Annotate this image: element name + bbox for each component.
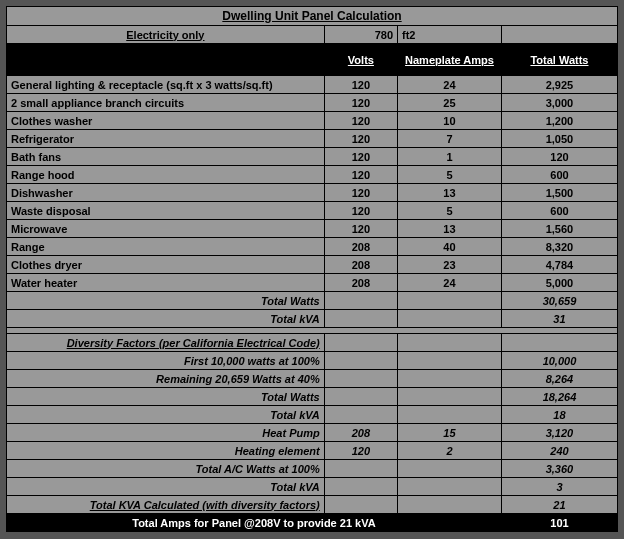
row-watts: 120 [501, 148, 617, 166]
subtitle: Electricity only [7, 26, 325, 44]
row-volts: 120 [324, 76, 397, 94]
header-volts: Volts [324, 44, 397, 76]
row-volts: 208 [324, 274, 397, 292]
row-volts: 120 [324, 112, 397, 130]
div-r4-label: Total kVA [7, 406, 325, 424]
heatpump-watts: 3,120 [501, 424, 617, 442]
heating-watts: 240 [501, 442, 617, 460]
row-volts: 120 [324, 184, 397, 202]
row-label: Range [7, 238, 325, 256]
row-amps: 40 [398, 238, 502, 256]
row-volts: 208 [324, 256, 397, 274]
row-amps: 1 [398, 148, 502, 166]
row-label: Dishwasher [7, 184, 325, 202]
diversity-header: Diversity Factors (per California Electr… [7, 334, 325, 352]
ac-kva-value: 3 [501, 478, 617, 496]
total-watts-value: 30,659 [501, 292, 617, 310]
row-volts: 208 [324, 238, 397, 256]
title: Dwelling Unit Panel Calculation [7, 7, 618, 26]
row-volts: 120 [324, 202, 397, 220]
ac-value: 3,360 [501, 460, 617, 478]
table-row: Water heater208245,000 [7, 274, 618, 292]
row-watts: 3,000 [501, 94, 617, 112]
row-amps: 24 [398, 274, 502, 292]
table-row: 2 small appliance branch circuits120253,… [7, 94, 618, 112]
row-label: Water heater [7, 274, 325, 292]
total-kva-label: Total kVA [7, 310, 325, 328]
row-label: Waste disposal [7, 202, 325, 220]
final-label: Total Amps for Panel @208V to provide 21… [7, 514, 502, 532]
table-row: Clothes washer120101,200 [7, 112, 618, 130]
table-row: Clothes dryer208234,784 [7, 256, 618, 274]
calc-total-label: Total KVA Calculated (with diversity fac… [7, 496, 325, 514]
row-label: Range hood [7, 166, 325, 184]
ac-label: Total A/C Watts at 100% [7, 460, 325, 478]
row-amps: 24 [398, 76, 502, 94]
row-amps: 10 [398, 112, 502, 130]
row-label: Refrigerator [7, 130, 325, 148]
heatpump-amps: 15 [398, 424, 502, 442]
row-amps: 7 [398, 130, 502, 148]
row-watts: 1,560 [501, 220, 617, 238]
row-watts: 600 [501, 166, 617, 184]
row-watts: 1,050 [501, 130, 617, 148]
row-volts: 120 [324, 148, 397, 166]
heatpump-volts: 208 [324, 424, 397, 442]
div-r2-label: Remaining 20,659 Watts at 40% [7, 370, 325, 388]
blank-cell [501, 26, 617, 44]
row-label: General lighting & receptacle (sq.ft x 3… [7, 76, 325, 94]
row-amps: 13 [398, 220, 502, 238]
table-row: Waste disposal1205600 [7, 202, 618, 220]
row-volts: 120 [324, 94, 397, 112]
header-amps: Nameplate Amps [398, 44, 502, 76]
row-label: 2 small appliance branch circuits [7, 94, 325, 112]
panel-calc-table: Dwelling Unit Panel Calculation Electric… [6, 6, 618, 532]
row-label: Clothes dryer [7, 256, 325, 274]
final-value: 101 [501, 514, 617, 532]
row-amps: 23 [398, 256, 502, 274]
row-watts: 1,500 [501, 184, 617, 202]
row-watts: 1,200 [501, 112, 617, 130]
row-volts: 120 [324, 130, 397, 148]
row-amps: 25 [398, 94, 502, 112]
table-row: Microwave120131,560 [7, 220, 618, 238]
heating-amps: 2 [398, 442, 502, 460]
total-watts-label: Total Watts [7, 292, 325, 310]
table-row: Range208408,320 [7, 238, 618, 256]
row-amps: 13 [398, 184, 502, 202]
div-r1-label: First 10,000 watts at 100% [7, 352, 325, 370]
table-row: General lighting & receptacle (sq.ft x 3… [7, 76, 618, 94]
heating-label: Heating element [7, 442, 325, 460]
row-watts: 8,320 [501, 238, 617, 256]
div-r2-value: 8,264 [501, 370, 617, 388]
row-amps: 5 [398, 166, 502, 184]
table-row: Refrigerator12071,050 [7, 130, 618, 148]
calc-total-value: 21 [501, 496, 617, 514]
heating-volts: 120 [324, 442, 397, 460]
div-r1-value: 10,000 [501, 352, 617, 370]
row-volts: 120 [324, 220, 397, 238]
div-r3-label: Total Watts [7, 388, 325, 406]
div-r3-value: 18,264 [501, 388, 617, 406]
header-watts: Total Watts [501, 44, 617, 76]
row-label: Microwave [7, 220, 325, 238]
header-blank [7, 44, 325, 76]
table-row: Bath fans1201120 [7, 148, 618, 166]
row-watts: 2,925 [501, 76, 617, 94]
sqft-value: 780 [324, 26, 397, 44]
row-watts: 5,000 [501, 274, 617, 292]
row-watts: 4,784 [501, 256, 617, 274]
row-volts: 120 [324, 166, 397, 184]
row-amps: 5 [398, 202, 502, 220]
heatpump-label: Heat Pump [7, 424, 325, 442]
row-label: Clothes washer [7, 112, 325, 130]
ac-kva-label: Total kVA [7, 478, 325, 496]
row-label: Bath fans [7, 148, 325, 166]
sqft-unit: ft2 [398, 26, 502, 44]
div-r4-value: 18 [501, 406, 617, 424]
row-watts: 600 [501, 202, 617, 220]
table-row: Range hood1205600 [7, 166, 618, 184]
table-row: Dishwasher120131,500 [7, 184, 618, 202]
total-kva-value: 31 [501, 310, 617, 328]
